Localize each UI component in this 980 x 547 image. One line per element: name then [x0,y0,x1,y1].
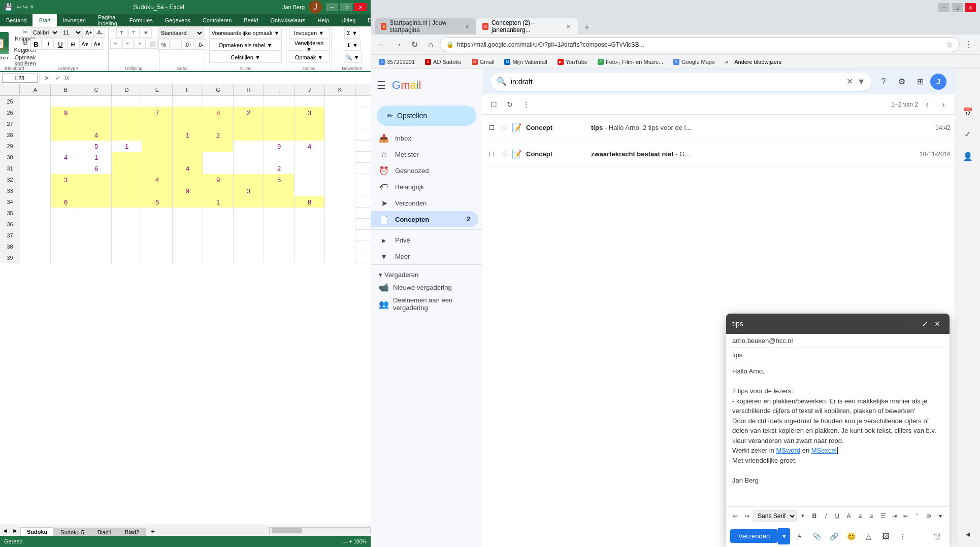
cell-32-B[interactable]: 3 [51,174,81,185]
cell-34-E[interactable]: 5 [142,196,173,208]
cell-32-D[interactable] [112,174,142,185]
cell-25-G[interactable] [203,96,234,107]
voorwaardelijke-opmaak-btn[interactable]: Voorwaardelijke opmaak ▼ [209,27,282,39]
cell-32-K[interactable] [325,174,355,185]
cell-26-J[interactable]: 3 [295,107,325,118]
more-bookmarks-btn[interactable]: » [721,57,732,66]
cell-25-E[interactable] [142,96,173,107]
cell-30-F[interactable] [173,152,203,163]
tab-formules[interactable]: Formules [123,14,159,26]
cell-39-E[interactable] [142,252,173,263]
cell-34-H[interactable] [234,196,264,208]
sheet-scroll-right-btn[interactable]: ► [10,526,20,536]
col-header-I[interactable]: I [264,84,295,95]
cell-27-G[interactable] [203,118,234,129]
browser-minimize-btn[interactable]: ─ [938,3,950,12]
cell-25-D[interactable] [112,96,142,107]
cell-34-G[interactable]: 1 [203,196,234,208]
cell-26-B[interactable]: 9 [51,107,81,118]
cell-31-C[interactable]: 6 [81,163,112,174]
compose-more-options-btn[interactable]: ⋮ [895,528,911,544]
cell-25-F[interactable] [173,96,203,107]
select-all-emails-btn[interactable]: ☐ [486,97,501,112]
cell-38-J[interactable] [295,241,325,252]
more-format-btn[interactable]: ▾ [935,509,945,523]
align-top-center-btn[interactable]: ⊤ [128,27,140,38]
cell-39-J[interactable] [295,252,325,263]
cell-38-K[interactable] [325,241,355,252]
font-increase-btn[interactable]: A+ [84,27,94,38]
cell-33-D[interactable] [112,185,142,196]
redo-format-btn[interactable]: ↪ [742,509,753,523]
gmail-search-input[interactable] [511,78,842,86]
vergaderen-header[interactable]: ▾ Vergaderen [371,269,482,281]
cell-35-D[interactable] [112,208,142,219]
cell-29-G[interactable] [203,141,234,152]
cell-36-B[interactable] [51,219,81,230]
side-panel-contacts-btn[interactable]: 👤 [959,147,977,165]
cell-31-J[interactable] [295,163,325,174]
bold-btn[interactable]: B [30,39,42,50]
remove-format-btn[interactable]: ⊘ [924,509,934,523]
compose-format-toggle-btn[interactable]: A [791,528,807,544]
tab-controleren[interactable]: Controleren [197,14,238,26]
cell-33-E[interactable] [142,185,173,196]
font-size-btn[interactable]: ▾ [798,509,808,523]
gmail-compose-btn[interactable]: ✏ Opstellen [377,106,476,126]
cell-30-K[interactable] [325,152,355,163]
cell-29-A[interactable] [20,141,51,152]
cell-29-D[interactable]: 1 [112,141,142,152]
cell-39-C[interactable] [81,252,112,263]
nav-item-gesnoozed[interactable]: ⏰ Gesnoozed [371,162,478,179]
tab-ontwikkelaars[interactable]: Ontwikkelaars [264,14,311,26]
cell-28-G[interactable]: 2 [203,129,234,141]
compose-to-value[interactable]: arno.beuken@hcc.nl [732,337,793,345]
cell-28-H[interactable] [234,129,264,141]
more-email-actions-btn[interactable]: ⋮ [519,97,533,112]
cell-34-J[interactable]: 8 [295,196,325,208]
cell-39-B[interactable] [51,252,81,263]
cell-30-J[interactable] [295,152,325,163]
search-options-btn[interactable]: ▼ [857,77,865,86]
forward-btn[interactable]: → [391,38,405,52]
gmail-apps-btn[interactable]: ⊞ [912,74,928,90]
cell-30-H[interactable] [234,152,264,163]
bookmark-google-maps[interactable]: G Google Maps [669,58,718,66]
cell-34-B[interactable]: 6 [51,196,81,208]
formula-input[interactable] [71,75,369,81]
cell-30-D[interactable] [112,152,142,163]
refresh-emails-btn[interactable]: ↻ [503,97,517,112]
cell-34-D[interactable] [112,196,142,208]
tab-beeld[interactable]: Beeld [238,14,264,26]
tab-invoegen[interactable]: Invoegen [57,14,92,26]
compose-send-dropdown-btn[interactable]: ▾ [778,528,790,544]
back-btn[interactable]: ← [375,38,389,52]
compose-link-btn[interactable]: 🔗 [826,528,842,544]
cell-31-D[interactable] [112,163,142,174]
cell-29-K[interactable] [325,141,355,152]
cell-39-A[interactable] [20,252,51,263]
cell-26-A[interactable] [20,107,51,118]
email-next-page-btn[interactable]: › [936,97,951,112]
compose-drive-btn[interactable]: △ [860,528,876,544]
align-format-btn[interactable]: ≡ [855,509,866,523]
confirm-formula-btn[interactable]: ✓ [55,75,60,82]
nav-item-inbox[interactable]: 📥 Inbox [371,130,478,146]
msword-link[interactable]: MSword [776,447,800,454]
cell-36-G[interactable] [203,219,234,230]
cell-26-H[interactable]: 2 [234,107,264,118]
cell-37-K[interactable] [325,230,355,241]
cell-33-C[interactable] [81,185,112,196]
cell-33-B[interactable] [51,185,81,196]
font-size-select[interactable]: 11 [60,27,83,38]
cell-30-G[interactable] [203,152,234,163]
excel-close-btn[interactable]: ✕ [354,3,367,11]
cell-25-I[interactable] [264,96,295,107]
cell-32-C[interactable] [81,174,112,185]
cell-28-I[interactable] [264,129,295,141]
cell-30-E[interactable] [142,152,173,163]
email-prev-page-btn[interactable]: ‹ [920,97,934,112]
font-family-select[interactable]: Calibri [30,27,59,38]
cell-28-F[interactable]: 1 [173,129,203,141]
cell-36-D[interactable] [112,219,142,230]
